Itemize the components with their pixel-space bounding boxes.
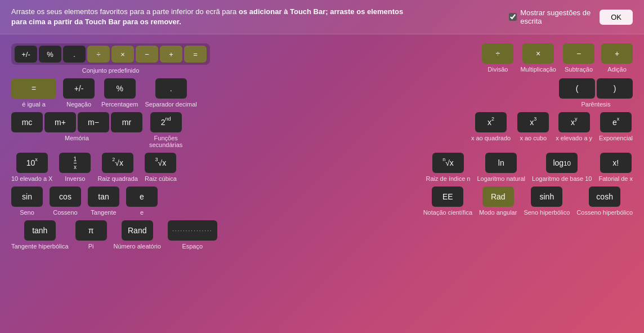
preset-group: +/- % . ÷ × − + = Conjunto predefinido [11,43,210,74]
xcubed-btn[interactable]: x3 [517,112,549,132]
tan-label: Tangente [91,209,116,216]
preset-btn-multiply[interactable]: × [111,46,134,63]
factorial-label: Fatorial de x [598,175,633,182]
preset-btn-plusminus[interactable]: +/- [15,46,37,63]
pi-btn[interactable]: π [75,220,107,241]
open-paren-btn[interactable]: ( [559,78,595,99]
preset-strip: +/- % . ÷ × − + = [11,43,210,65]
mc-btn[interactable]: mc [11,112,43,132]
equals-group: = é igual a [11,78,56,108]
row-3: mc m+ m− mr Memória 2nd Funçõessecundári… [11,112,633,148]
equals-btn[interactable]: = [11,78,56,99]
mr-btn[interactable]: mr [111,112,142,132]
add-group: + Adição [601,43,633,73]
percentage-btn[interactable]: % [104,78,136,99]
e-label: e [140,209,144,216]
sin-group: sin Seno [11,187,43,216]
row-1: +/- % . ÷ × − + = Conjunto predefinido ÷… [11,43,633,74]
add-btn[interactable]: + [601,43,633,64]
tanh-btn[interactable]: tanh [24,220,56,241]
suggestions-checkbox[interactable] [509,13,517,21]
sin-btn[interactable]: sin [11,187,43,207]
suggestions-label: Mostrar sugestões deescrita [520,8,591,25]
sinh-btn[interactable]: sinh [531,187,562,207]
memory-group: mc m+ m− mr Memória [11,112,142,141]
sqrt-group: 2√x Raiz quadrada [97,153,138,182]
xsquared-label: x ao quadrado [471,135,511,141]
suggestions-checkbox-label[interactable]: Mostrar sugestões deescrita [509,8,591,25]
preset-btn-minus[interactable]: − [136,46,158,63]
e-btn[interactable]: e [126,187,158,207]
space-label: Espaço [182,243,203,250]
memory-btn-group: mc m+ m− mr [11,112,142,132]
factorial-btn[interactable]: x! [600,153,632,173]
ee-label: Notação científica [423,209,472,216]
preset-btn-equals-preset[interactable]: = [184,46,207,63]
multiply-group: × Multiplicação [520,43,556,73]
xcubed-label: x ao cubo [520,135,547,141]
mplus-btn[interactable]: m+ [44,112,76,132]
memory-label: Memória [65,135,89,141]
tan-btn[interactable]: tan [88,187,119,207]
preset-btn-dot[interactable]: . [63,46,86,63]
cos-btn[interactable]: cos [50,187,81,207]
ln-btn[interactable]: ln [485,153,517,173]
instruction-text: Arraste os seus elementos favoritos para… [11,7,405,27]
rad-btn[interactable]: Rad [482,187,514,207]
rand-btn[interactable]: Rand [122,220,153,241]
ee-btn[interactable]: EE [432,187,463,207]
negation-group: +/- Negação [63,78,95,108]
cbrt-group: 3√x Raiz cúbica [145,153,177,182]
cosh-group: cosh Cosseno hiperbólico [576,187,633,216]
preset-btn-divide[interactable]: ÷ [87,46,110,63]
multiply-label: Multiplicação [520,66,556,73]
secondary-label: Funçõessecundárias [149,135,182,148]
cos-label: Cosseno [53,209,77,216]
percentage-label: Percentagem [101,101,138,108]
row-4: 10x 10 elevado a X 1 x Inverso 2√x Raiz … [11,153,633,182]
divide-group: ÷ Divisão [482,43,513,73]
subtract-group: − Subtração [563,43,594,73]
rand-group: Rand Número aleatório [114,220,161,250]
secondary-group: 2nd Funçõessecundárias [149,112,182,148]
xcubed-group: x3 x ao cubo [517,112,549,141]
decimal-btn[interactable]: . [155,78,187,99]
preset-btn-percent[interactable]: % [39,46,61,63]
negation-btn[interactable]: +/- [63,78,95,99]
tanh-label: Tangente hiperbólica [11,243,69,250]
divide-btn[interactable]: ÷ [482,43,513,64]
exponential-btn[interactable]: ex [600,112,632,132]
cosh-btn[interactable]: cosh [589,187,620,207]
ee-group: EE Notação científica [423,187,472,216]
xtoy-label: x elevado a y [556,135,592,141]
log10-label: Logaritmo de base 10 [532,175,592,182]
xtoy-btn[interactable]: xy [558,112,590,132]
row-6: tanh Tangente hiperbólica π Pi Rand Núme… [11,220,633,250]
top-bar-right: Mostrar sugestões deescrita OK [509,8,633,25]
xsquared-group: x2 x ao quadrado [471,112,511,141]
secondary-btn[interactable]: 2nd [150,112,182,132]
ok-button[interactable]: OK [600,10,633,25]
mminus-btn[interactable]: m− [78,112,109,132]
subtract-btn[interactable]: − [563,43,594,64]
multiply-btn[interactable]: × [522,43,554,64]
sqrt-btn[interactable]: 2√x [102,153,133,173]
sin-label: Seno [20,209,34,216]
space-btn[interactable]: ··············· [168,220,217,241]
row-2: = é igual a +/- Negação % Percentagem . … [11,78,633,108]
pi-label: Pi [88,243,94,250]
sinh-group: sinh Seno hiperbólico [524,187,570,216]
cbrt-btn[interactable]: 3√x [145,153,176,173]
xsquared-btn[interactable]: x2 [475,112,507,132]
cos-group: cos Cosseno [50,187,81,216]
preset-btn-plus[interactable]: + [160,46,182,63]
inverse-btn[interactable]: 1 x [59,153,91,173]
log10-btn[interactable]: log10 [546,153,578,173]
decimal-group: . Separador decimal [145,78,196,108]
tentox-btn[interactable]: 10x [16,153,48,173]
exponential-group: ex Exponencial [599,112,633,141]
close-paren-btn[interactable]: ) [597,78,633,99]
nthroot-btn[interactable]: n√x [432,153,464,173]
nthroot-group: n√x Raiz de índice n [426,153,471,182]
sinh-label: Seno hiperbólico [524,209,570,216]
